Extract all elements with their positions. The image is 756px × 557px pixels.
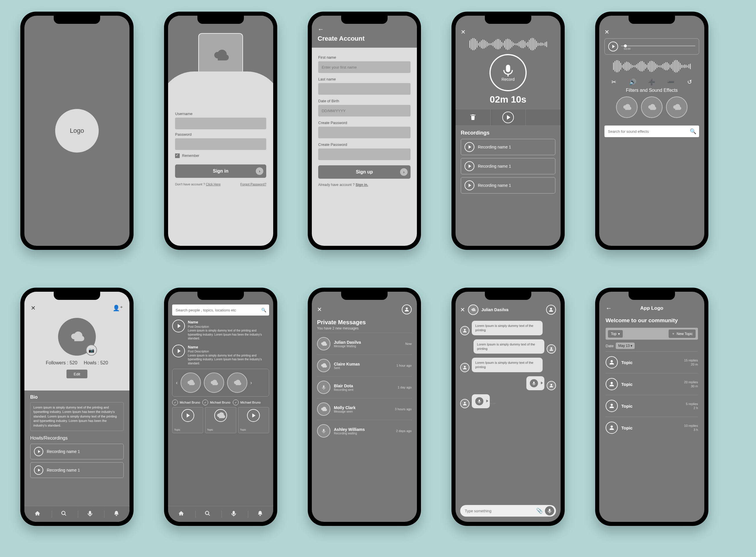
- bubble-mic-icon[interactable]: [530, 379, 538, 387]
- profile-avatar-icon[interactable]: [402, 304, 412, 314]
- tab-mic-icon[interactable]: [222, 510, 246, 518]
- play-icon[interactable]: [34, 466, 43, 475]
- undo-tool-icon[interactable]: ↺: [685, 79, 694, 85]
- message-row[interactable]: Ashley WilliamsRecording waiting2 days a…: [317, 420, 412, 442]
- message-row[interactable]: Julian DasilvaMessage WaitingNow: [317, 333, 412, 354]
- post-play-avatar[interactable]: [172, 320, 185, 332]
- chat-text-input[interactable]: [464, 508, 534, 514]
- play-icon[interactable]: [465, 161, 474, 171]
- recording-row[interactable]: Recording name 1: [30, 462, 124, 478]
- add-tool-icon[interactable]: ➕: [648, 79, 656, 85]
- create-password-input-2[interactable]: [318, 148, 411, 160]
- create-account-link[interactable]: Click Here: [206, 182, 221, 186]
- suggestion-card-icon: [247, 409, 260, 422]
- delete-recording-button[interactable]: [455, 109, 491, 125]
- feed-search-box[interactable]: 🔍: [172, 304, 269, 316]
- play-recording-button[interactable]: [491, 109, 526, 125]
- story-item[interactable]: [204, 373, 224, 393]
- sign-up-button[interactable]: Sign up ›: [318, 165, 411, 179]
- dob-input[interactable]: [318, 105, 411, 117]
- search-icon[interactable]: 🔍: [261, 308, 266, 312]
- filter-1[interactable]: [616, 96, 637, 118]
- close-icon[interactable]: ✕: [460, 306, 465, 313]
- story-prev-icon[interactable]: ‹: [176, 380, 178, 386]
- player-track[interactable]: 03:00: [621, 44, 695, 49]
- fx-search-input[interactable]: [607, 129, 690, 134]
- tab-mic-icon[interactable]: [78, 510, 102, 518]
- play-icon[interactable]: [34, 447, 43, 456]
- suggestion-card[interactable]: Topic: [238, 407, 269, 433]
- go-sign-in-link[interactable]: Sign in.: [356, 183, 368, 187]
- audio-bubble[interactable]: 03:00: [526, 376, 544, 390]
- play-icon[interactable]: [465, 142, 474, 152]
- forgot-password-link[interactable]: Forgot Password?: [241, 182, 266, 186]
- sign-in-button[interactable]: Sign in ›: [175, 165, 266, 178]
- play-icon[interactable]: [465, 180, 474, 190]
- attach-icon[interactable]: 📎: [536, 508, 543, 514]
- password-input[interactable]: [175, 138, 266, 150]
- message-row[interactable]: Blair DotaRecording sent1 day ago: [317, 376, 412, 398]
- tab-search-icon[interactable]: [195, 510, 219, 518]
- recording-row[interactable]: Recording name 1: [461, 177, 556, 194]
- sign-in-button-label: Sign in: [213, 169, 228, 174]
- message-row[interactable]: Molly ClarkMessage seen3 hours ago: [317, 398, 412, 420]
- feed-search-input[interactable]: [175, 308, 261, 313]
- fx-search-box[interactable]: 🔍: [604, 125, 699, 137]
- close-icon[interactable]: ✕: [317, 306, 322, 313]
- search-icon[interactable]: 🔍: [690, 128, 696, 135]
- record-voice-button[interactable]: [545, 506, 554, 516]
- first-name-input[interactable]: [318, 61, 411, 73]
- filter-2[interactable]: [641, 96, 663, 118]
- close-icon[interactable]: ✕: [31, 304, 36, 312]
- feed-post[interactable]: NamePost DescriptionLorem ipsum is simpl…: [172, 345, 269, 365]
- remove-tool-icon[interactable]: ➖: [666, 79, 675, 85]
- recording-row[interactable]: Recording name 1: [30, 444, 124, 459]
- tab-bell-icon[interactable]: [248, 510, 272, 518]
- bubble-mic-icon[interactable]: [475, 397, 483, 405]
- suggestion-chip[interactable]: ✓Michael Bruno: [233, 400, 261, 405]
- suggestion-chip[interactable]: ✓Michael Bruno: [172, 400, 200, 405]
- story-item[interactable]: [181, 373, 201, 393]
- topic-row[interactable]: Topic15 replies20 m: [606, 351, 698, 373]
- create-password-input-1[interactable]: [318, 127, 411, 138]
- volume-tool-icon[interactable]: 🔊: [629, 79, 637, 85]
- close-icon[interactable]: ✕: [461, 28, 556, 35]
- check-icon: ✓: [202, 400, 208, 405]
- recording-row[interactable]: Recording name 1: [461, 158, 556, 174]
- remember-checkbox[interactable]: [175, 153, 180, 158]
- audio-bubble[interactable]: 03:00: [472, 394, 490, 408]
- profile-avatar-icon[interactable]: [546, 305, 556, 315]
- back-icon[interactable]: ←: [318, 26, 411, 33]
- add-friend-icon[interactable]: 👤⁺: [113, 304, 123, 312]
- cut-tool-icon[interactable]: ✂: [610, 79, 619, 85]
- tab-search-icon[interactable]: [52, 510, 76, 518]
- tab-bell-icon[interactable]: [104, 510, 128, 518]
- tab-home-icon[interactable]: [26, 510, 49, 518]
- recording-row[interactable]: Recording name 1: [461, 139, 556, 155]
- topic-row[interactable]: Topic5 replies2 h: [606, 395, 698, 417]
- topic-row[interactable]: Topic10 replies3 h: [606, 417, 698, 438]
- suggestion-chip[interactable]: ✓Michael Bruno: [202, 400, 230, 405]
- tab-home-icon[interactable]: [169, 510, 193, 518]
- date-dropdown[interactable]: May 13 ▾: [616, 343, 635, 349]
- suggestion-card[interactable]: Topic: [205, 407, 236, 433]
- filter-3[interactable]: [666, 96, 688, 118]
- story-item[interactable]: [227, 373, 247, 393]
- audio-player[interactable]: 03:00: [604, 38, 699, 55]
- story-next-icon[interactable]: ›: [250, 380, 252, 386]
- sort-dropdown[interactable]: Top ▾: [608, 330, 623, 338]
- suggestion-card[interactable]: Topic: [172, 407, 203, 433]
- new-topic-button[interactable]: ＋ New Topic: [669, 329, 696, 338]
- username-input[interactable]: [175, 118, 266, 129]
- back-icon[interactable]: ←: [606, 304, 612, 312]
- topic-row[interactable]: Topic20 replies30 m: [606, 373, 698, 395]
- change-photo-button[interactable]: 📷: [86, 345, 97, 356]
- close-icon[interactable]: ✕: [604, 28, 699, 35]
- record-button[interactable]: Record: [490, 54, 527, 91]
- post-play-avatar[interactable]: [172, 345, 185, 357]
- feed-post[interactable]: NamePost DescriptionLorem ipsum is simpl…: [172, 320, 269, 341]
- last-name-input[interactable]: [318, 83, 411, 95]
- message-row[interactable]: Claire KumasSent1 hour ago: [317, 354, 412, 376]
- play-icon[interactable]: [608, 41, 618, 52]
- edit-profile-button[interactable]: Edit: [66, 370, 87, 378]
